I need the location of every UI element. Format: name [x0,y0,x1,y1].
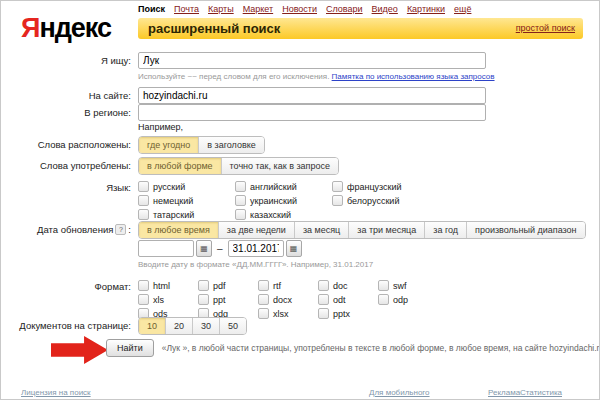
per-page-toggle: 10203050 [138,317,247,335]
format-option[interactable]: swf [378,279,438,292]
language-option[interactable]: казахский [235,208,332,221]
nav-item[interactable]: Поиск [138,4,165,14]
date-range-option[interactable]: в любое время [139,222,218,238]
checkbox-label: французский [347,182,402,192]
language-option[interactable]: белорусский [332,194,429,207]
nav-item[interactable]: ещё [454,4,471,14]
checkbox-label: немецкий [153,196,193,206]
format-option[interactable]: ppt [198,293,258,306]
format-option[interactable]: docx [258,293,318,306]
checkbox-row: htmlpdfrtfdocswf [138,279,438,292]
checkbox-label: swf [393,281,407,291]
language-option[interactable]: украинский [235,194,332,207]
checkbox-icon[interactable] [318,294,329,305]
help-icon[interactable]: ? [115,224,126,235]
checkbox-icon[interactable] [378,280,389,291]
date-to-input[interactable] [228,240,284,257]
query-input[interactable] [138,52,486,69]
search-summary: «Лук », в любой части страницы, употребл… [162,339,600,353]
words-location-option[interactable]: в заголовке [198,137,264,153]
format-option[interactable]: pdf [198,279,258,292]
date-range-option[interactable]: за год [424,222,466,238]
format-option[interactable]: odt [318,293,378,306]
region-hint: Например, [138,122,183,132]
date-range-toggle: в любое времяза две неделиза месяцза три… [138,221,586,239]
footer-link-mobile[interactable]: Для мобильного [369,388,430,397]
checkbox-icon[interactable] [138,294,149,305]
query-language-help-link[interactable]: Памятка по использованию языка запросов [332,72,495,81]
words-form-row: Слова употреблены: в любой форметочно та… [1,157,599,175]
date-separator: – [217,243,223,254]
checkbox-icon[interactable] [332,195,343,206]
language-option[interactable]: русский [138,180,235,193]
words-form-option[interactable]: в любой форме [139,158,221,174]
footer-link-license[interactable]: Лицензия на поиск [21,388,91,397]
language-option[interactable]: английский [235,180,332,193]
per-page-option[interactable]: 10 [139,318,165,334]
checkbox-icon[interactable] [235,195,246,206]
checkbox-row: русскийанглийскийфранцузский [138,180,429,193]
nav-item[interactable]: Видео [372,4,398,14]
format-option[interactable]: doc [318,279,378,292]
checkbox-icon[interactable] [235,209,246,220]
words-location-toggle: где угоднов заголовке [138,136,265,154]
footer-link-stats[interactable]: Статистика [520,388,562,397]
checkbox-label: английский [250,182,297,192]
per-page-row: Документов на странице: 10203050 [1,317,599,335]
date-range-option[interactable]: за месяц [294,222,348,238]
words-form-option[interactable]: точно так, как в запросе [221,158,338,174]
date-range-option[interactable]: за две недели [218,222,294,238]
format-option[interactable]: rtf [258,279,318,292]
words-location-row: Слова расположены: где угоднов заголовке [1,136,599,154]
simple-search-link[interactable]: простой поиск [516,18,575,39]
site-input[interactable] [138,87,486,104]
yandex-logo[interactable]: Яндекс [21,13,111,44]
checkbox-icon[interactable] [332,181,343,192]
page-title: расширенный поиск [148,18,280,39]
words-location-option[interactable]: где угодно [139,137,198,153]
date-from-input[interactable] [138,240,194,257]
checkbox-icon[interactable] [138,195,149,206]
find-button[interactable]: Найти [106,339,154,357]
date-range-option[interactable]: за три месяца [348,222,424,238]
date-label: Дата обновления?: [1,221,138,235]
nav-item[interactable]: Почта [174,4,199,14]
format-option[interactable]: xls [138,293,198,306]
query-row: Я ищу: [1,52,599,69]
nav-item[interactable]: Маркет [243,4,273,14]
checkbox-row: немецкийукраинскийбелорусский [138,194,429,207]
checkbox-icon[interactable] [198,294,209,305]
footer-link-ads[interactable]: Реклама [488,388,520,397]
checkbox-label: doc [333,281,348,291]
calendar-icon[interactable]: ▦ [196,240,212,257]
checkbox-icon[interactable] [138,280,149,291]
checkbox-label: pdf [213,281,226,291]
checkbox-icon[interactable] [138,181,149,192]
words-form-toggle: в любой форметочно так, как в запросе [138,157,339,175]
checkbox-icon[interactable] [318,280,329,291]
nav-item[interactable]: Новости [282,4,317,14]
checkbox-icon[interactable] [198,280,209,291]
language-option[interactable]: татарский [138,208,235,221]
checkbox-icon[interactable] [258,280,269,291]
query-label: Я ищу: [1,52,138,66]
checkbox-icon[interactable] [235,181,246,192]
calendar-icon[interactable]: ▦ [286,240,302,257]
format-option[interactable]: odp [378,293,438,306]
language-option[interactable]: немецкий [138,194,235,207]
date-range-option[interactable]: произвольный диапазон [466,222,585,238]
checkbox-icon[interactable] [138,209,149,220]
checkbox-icon[interactable] [258,294,269,305]
per-page-option[interactable]: 30 [192,318,219,334]
nav-item[interactable]: Словари [326,4,363,14]
per-page-option[interactable]: 20 [165,318,192,334]
checkbox-icon[interactable] [378,294,389,305]
format-option[interactable]: html [138,279,198,292]
region-input[interactable] [138,104,486,121]
logo-letter: Я [21,13,39,43]
nav-item[interactable]: Картинки [407,4,445,14]
per-page-option[interactable]: 50 [219,318,246,334]
nav-item[interactable]: Карты [208,4,234,14]
language-row: Язык: русскийанглийскийфранцузскийнемецк… [1,179,599,221]
language-option[interactable]: французский [332,180,429,193]
